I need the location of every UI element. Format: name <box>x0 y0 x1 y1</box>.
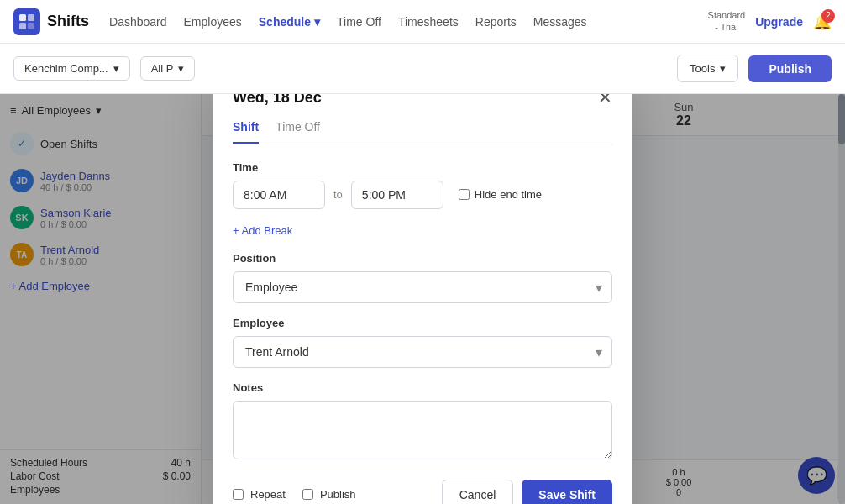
publish-checkbox[interactable] <box>302 489 313 500</box>
nav-timesheets[interactable]: Timesheets <box>398 15 459 29</box>
notes-label: Notes <box>233 381 612 394</box>
footer-actions: Cancel Save Shift <box>442 480 612 505</box>
modal-overlay[interactable]: Wed, 18 Dec ✕ Shift Time Off Time to Hid… <box>0 94 845 504</box>
time-section: Time to Hide end time <box>233 161 612 209</box>
upgrade-button[interactable]: Upgrade <box>755 15 803 29</box>
position-select-wrapper: Employee <box>233 271 612 303</box>
svg-rect-2 <box>19 23 26 29</box>
publish-label: Publish <box>320 488 356 501</box>
publish-button[interactable]: Publish <box>748 55 832 82</box>
time-separator: to <box>333 188 343 201</box>
svg-rect-1 <box>28 14 34 21</box>
chevron-down-icon: ▾ <box>178 62 184 75</box>
modal-title: Wed, 18 Dec <box>233 94 322 107</box>
hide-end-time-label: Hide end time <box>475 188 542 201</box>
nav-dashboard[interactable]: Dashboard <box>109 15 167 29</box>
repeat-checkbox[interactable] <box>233 489 244 500</box>
company-filter-button[interactable]: Kenchim Comp... ▾ <box>13 56 130 81</box>
tab-time-off[interactable]: Time Off <box>276 120 320 144</box>
svg-rect-0 <box>19 14 26 21</box>
position-select[interactable]: Employee <box>233 271 612 303</box>
tools-button[interactable]: Tools ▾ <box>677 55 738 82</box>
modal: Wed, 18 Dec ✕ Shift Time Off Time to Hid… <box>213 94 632 504</box>
modal-close-button[interactable]: ✕ <box>598 94 612 106</box>
start-time-input[interactable] <box>233 181 325 209</box>
nav-timeoff[interactable]: Time Off <box>337 15 381 29</box>
employee-select[interactable]: Trent Arnold <box>233 336 612 368</box>
schedule-area: ≡ All Employees ▾ ✓ Open Shifts JD Jayde… <box>0 94 845 504</box>
nav-employees[interactable]: Employees <box>184 15 242 29</box>
repeat-checkbox-row: Repeat <box>233 488 286 501</box>
trial-badge: Standard- Trial <box>708 10 746 32</box>
top-nav: Shifts Dashboard Employees Schedule ▾ Ti… <box>0 0 845 44</box>
brand: Shifts <box>13 8 89 35</box>
position-label: Position <box>233 252 612 265</box>
end-time-input[interactable] <box>351 181 443 209</box>
notes-section: Notes <box>233 381 612 463</box>
nav-reports[interactable]: Reports <box>475 15 517 29</box>
employee-section: Employee Trent Arnold <box>233 317 612 368</box>
hide-end-time-checkbox[interactable] <box>459 189 470 200</box>
nav-schedule[interactable]: Schedule ▾ <box>259 15 320 29</box>
time-row: to Hide end time <box>233 181 612 209</box>
modal-header: Wed, 18 Dec ✕ <box>233 94 612 107</box>
time-label: Time <box>233 161 612 174</box>
nav-messages[interactable]: Messages <box>533 15 587 29</box>
repeat-label: Repeat <box>250 488 286 501</box>
add-break-link[interactable]: + Add Break <box>233 224 292 237</box>
notification-badge: 2 <box>821 9 835 23</box>
chevron-down-icon: ▾ <box>720 62 726 75</box>
publish-checkbox-row: Publish <box>302 488 356 501</box>
position-section: Position Employee <box>233 252 612 303</box>
nav-links: Dashboard Employees Schedule ▾ Time Off … <box>109 15 688 29</box>
brand-icon <box>13 8 40 35</box>
all-p-filter-button[interactable]: All P ▾ <box>140 56 196 81</box>
brand-name: Shifts <box>47 13 89 30</box>
hide-end-time-row: Hide end time <box>459 188 542 201</box>
cancel-button[interactable]: Cancel <box>442 480 514 505</box>
notes-textarea[interactable] <box>233 401 612 459</box>
employee-label: Employee <box>233 317 612 329</box>
modal-footer: Repeat Publish Cancel Save Shift <box>233 480 612 505</box>
toolbar: Kenchim Comp... ▾ All P ▾ Tools ▾ Publis… <box>0 44 845 94</box>
nav-right: Standard- Trial Upgrade 🔔 2 <box>708 10 832 32</box>
modal-tabs: Shift Time Off <box>233 120 612 144</box>
tab-shift[interactable]: Shift <box>233 120 259 144</box>
chevron-down-icon: ▾ <box>314 15 320 29</box>
chevron-down-icon: ▾ <box>113 62 119 75</box>
employee-select-wrapper: Trent Arnold <box>233 336 612 368</box>
notifications-button[interactable]: 🔔 2 <box>813 13 832 31</box>
svg-rect-3 <box>28 23 34 29</box>
save-shift-button[interactable]: Save Shift <box>522 480 612 505</box>
